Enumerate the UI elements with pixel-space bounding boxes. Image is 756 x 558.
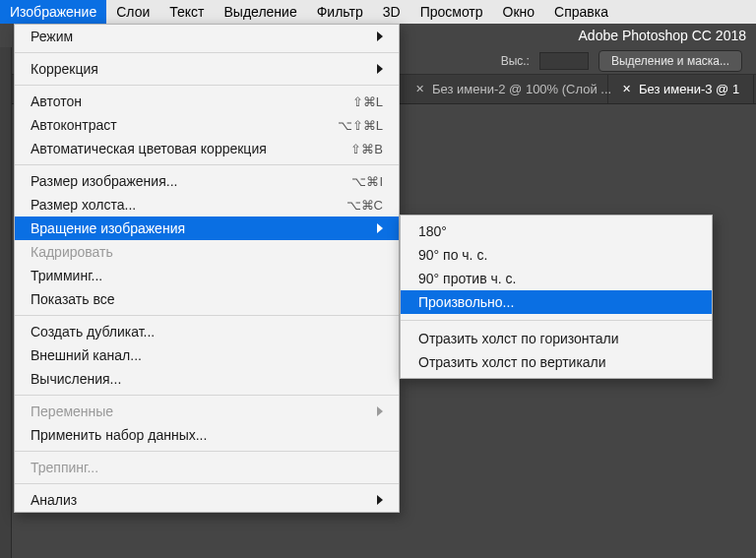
- menubar-item-select[interactable]: Выделение: [215, 0, 307, 24]
- submenu-item-arbitrary[interactable]: Произвольно...: [401, 290, 712, 314]
- submenu-arrow-icon: [377, 223, 383, 233]
- menu-item-variables: Переменные: [15, 400, 399, 423]
- menu-item-autocolor[interactable]: Автоматическая цветовая коррекция ⇧⌘B: [15, 137, 399, 160]
- submenu-item-90ccw[interactable]: 90° против ч. с.: [401, 267, 712, 290]
- submenu-arrow-icon: [377, 64, 383, 74]
- menubar-item-layers[interactable]: Слои: [106, 0, 159, 24]
- menu-item-trim[interactable]: Тримминг...: [15, 264, 399, 287]
- menu-item-apply-image[interactable]: Внешний канал...: [15, 343, 399, 367]
- submenu-arrow-icon: [377, 31, 383, 41]
- submenu-item-90cw[interactable]: 90° по ч. с.: [401, 243, 712, 267]
- left-panel-strip: [0, 47, 12, 558]
- submenu-arrow-icon: [377, 406, 383, 416]
- menu-item-autocontrast[interactable]: Автоконтраст ⌥⇧⌘L: [15, 113, 399, 137]
- menu-item-mode[interactable]: Режим: [15, 25, 399, 48]
- menu-item-image-rotation[interactable]: Вращение изображения: [15, 217, 399, 240]
- menu-separator: [15, 164, 399, 165]
- menu-item-calculations[interactable]: Вычисления...: [15, 367, 399, 391]
- menubar-item-3d[interactable]: 3D: [373, 0, 410, 24]
- menubar-item-help[interactable]: Справка: [544, 0, 618, 24]
- menu-item-image-size[interactable]: Размер изображения... ⌥⌘I: [15, 169, 399, 193]
- tab-title: Без имени-2 @ 100% (Слой ...: [432, 82, 611, 96]
- image-rotation-submenu: 180° 90° по ч. с. 90° против ч. с. Произ…: [400, 215, 713, 379]
- height-label: Выс.:: [501, 54, 530, 68]
- menu-separator: [15, 315, 399, 316]
- menu-item-adjustments[interactable]: Коррекция: [15, 57, 399, 81]
- document-tab[interactable]: ✕ Без имени-2 @ 100% (Слой ...: [402, 75, 608, 103]
- close-icon[interactable]: ✕: [622, 83, 631, 95]
- menu-item-trap: Треппинг...: [15, 456, 399, 479]
- document-tab[interactable]: ✕ Без имени-3 @ 1: [608, 75, 754, 103]
- submenu-arrow-icon: [377, 495, 383, 505]
- menu-item-reveal-all[interactable]: Показать все: [15, 287, 399, 311]
- app-title: Adobe Photoshop CC 2018: [579, 28, 746, 43]
- menu-separator: [15, 85, 399, 86]
- submenu-item-flip-horizontal[interactable]: Отразить холст по горизонтали: [401, 327, 712, 350]
- menu-item-canvas-size[interactable]: Размер холста... ⌥⌘C: [15, 193, 399, 217]
- submenu-item-180[interactable]: 180°: [401, 219, 712, 243]
- menubar-item-filter[interactable]: Фильтр: [307, 0, 373, 24]
- menu-separator: [15, 52, 399, 53]
- menubar-item-window[interactable]: Окно: [493, 0, 545, 24]
- menubar-item-view[interactable]: Просмотр: [410, 0, 493, 24]
- menu-separator: [15, 395, 399, 396]
- menu-item-autotone[interactable]: Автотон ⇧⌘L: [15, 90, 399, 113]
- tab-title: Без имени-3 @ 1: [639, 82, 739, 96]
- menu-separator: [401, 320, 712, 321]
- menu-item-analysis[interactable]: Анализ: [15, 488, 399, 512]
- image-menu-dropdown: Режим Коррекция Автотон ⇧⌘L Автоконтраст…: [14, 24, 400, 513]
- menubar-item-text[interactable]: Текст: [159, 0, 214, 24]
- menu-separator: [15, 451, 399, 452]
- close-icon[interactable]: ✕: [415, 83, 424, 95]
- menubar-item-image[interactable]: Изображение: [0, 0, 106, 24]
- height-input[interactable]: [539, 52, 589, 70]
- menu-item-crop: Кадрировать: [15, 240, 399, 264]
- menu-item-duplicate[interactable]: Создать дубликат...: [15, 320, 399, 343]
- menu-separator: [15, 483, 399, 484]
- submenu-item-flip-vertical[interactable]: Отразить холст по вертикали: [401, 350, 712, 374]
- select-and-mask-button[interactable]: Выделение и маска...: [598, 50, 742, 72]
- menubar: Изображение Слои Текст Выделение Фильтр …: [0, 0, 756, 24]
- menu-item-apply-dataset[interactable]: Применить набор данных...: [15, 423, 399, 447]
